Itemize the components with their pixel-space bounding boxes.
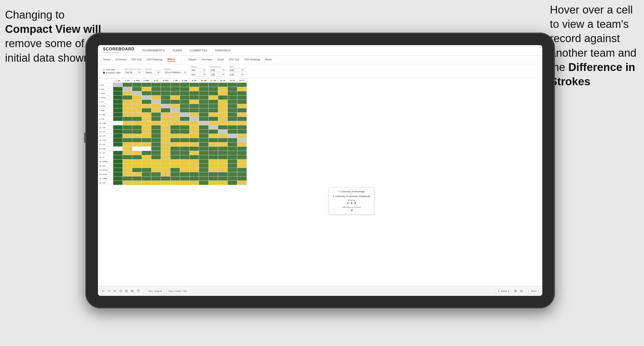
matrix-cell[interactable] — [161, 113, 170, 117]
matrix-cell[interactable] — [151, 130, 161, 134]
matrix-cell[interactable] — [237, 125, 247, 130]
matrix-cell[interactable] — [199, 113, 209, 117]
matrix-cell[interactable] — [209, 100, 218, 104]
matrix-cell[interactable] — [218, 151, 228, 155]
matrix-cell[interactable] — [209, 155, 218, 159]
matrix-cell[interactable] — [113, 134, 123, 138]
matrix-cell[interactable] — [113, 117, 123, 121]
matrix-cell[interactable] — [113, 147, 123, 151]
matrix-cell[interactable] — [218, 147, 228, 151]
matrix-cell[interactable] — [170, 159, 180, 164]
matrix-cell[interactable] — [113, 83, 123, 87]
matrix-cell[interactable] — [199, 91, 209, 96]
matrix-cell[interactable] — [190, 142, 199, 147]
division-select[interactable]: NCAA Division I — [164, 71, 187, 74]
matrix-cell[interactable] — [199, 125, 209, 130]
matrix-cell[interactable] — [142, 181, 151, 185]
matrix-cell[interactable] — [161, 138, 170, 142]
matrix-cell[interactable] — [113, 104, 123, 108]
matrix-cell[interactable] — [151, 181, 161, 185]
matrix-cell[interactable] — [218, 155, 228, 159]
matrix-cell[interactable] — [199, 138, 209, 142]
matrix-cell[interactable] — [151, 155, 161, 159]
matrix-cell[interactable] — [151, 87, 161, 91]
matrix-cell[interactable] — [132, 130, 142, 134]
matrix-cell[interactable] — [180, 83, 190, 87]
matrix-cell[interactable] — [113, 142, 123, 147]
matrix-cell[interactable] — [228, 117, 237, 121]
matrix-cell[interactable] — [237, 164, 247, 168]
zoom-in-icon[interactable]: ⊞ — [131, 289, 134, 293]
max-teams-select[interactable]: Top 50 — [125, 71, 141, 74]
matrix-cell[interactable] — [123, 117, 132, 121]
share-btn[interactable]: ↗ Share — [526, 289, 538, 293]
matrix-cell[interactable] — [170, 134, 180, 138]
nav-rankings[interactable]: RANKINGS — [215, 49, 230, 52]
matrix-cell[interactable] — [237, 104, 247, 108]
matrix-cell[interactable] — [170, 121, 180, 125]
matrix-cell[interactable] — [113, 172, 123, 177]
region-select-1[interactable]: N/A — [191, 68, 206, 72]
matrix-cell[interactable] — [113, 121, 123, 125]
matrix-cell[interactable] — [123, 87, 132, 91]
matrix-cell[interactable] — [151, 96, 161, 100]
tab-matrix-2[interactable]: Matrix — [265, 58, 272, 61]
matrix-cell[interactable] — [161, 125, 170, 130]
matrix-cell[interactable] — [142, 172, 151, 177]
matrix-cell[interactable] — [237, 155, 247, 159]
matrix-cell[interactable] — [142, 91, 151, 96]
matrix-cell[interactable] — [161, 91, 170, 96]
matrix-cell[interactable] — [209, 87, 218, 91]
matrix-cell[interactable] — [237, 113, 247, 117]
matrix-cell[interactable] — [218, 130, 228, 134]
matrix-cell[interactable] — [199, 155, 209, 159]
matrix-cell[interactable] — [123, 142, 132, 147]
matrix-area[interactable]: 1. AU 2. VU 3. ASU 4. UNC 5. UT 6. FSU 7… — [98, 78, 542, 288]
conf-select-2[interactable]: (All) — [210, 73, 225, 76]
matrix-cell[interactable] — [218, 117, 228, 121]
matrix-cell[interactable] — [180, 138, 190, 142]
matrix-cell[interactable] — [170, 83, 180, 87]
matrix-cell[interactable] — [132, 181, 142, 185]
matrix-cell[interactable] — [161, 108, 170, 113]
matrix-cell[interactable] — [170, 164, 180, 168]
matrix-cell[interactable] — [151, 159, 161, 164]
matrix-cell[interactable] — [180, 91, 190, 96]
matrix-cell[interactable] — [113, 87, 123, 91]
matrix-cell[interactable] — [142, 151, 151, 155]
matrix-cell[interactable] — [199, 96, 209, 100]
matrix-cell[interactable] — [237, 168, 247, 172]
matrix-cell[interactable] — [209, 159, 218, 164]
grid-icon[interactable]: ⊟ — [520, 289, 523, 293]
matrix-cell[interactable] — [209, 83, 218, 87]
matrix-cell[interactable] — [123, 151, 132, 155]
matrix-cell[interactable] — [132, 121, 142, 125]
matrix-cell[interactable] — [170, 125, 180, 130]
matrix-cell[interactable] — [190, 108, 199, 113]
matrix-cell[interactable] — [180, 147, 190, 151]
tab-teams[interactable]: Teams — [103, 58, 110, 61]
matrix-cell[interactable] — [218, 121, 228, 125]
matrix-cell[interactable] — [142, 130, 151, 134]
matrix-cell[interactable] — [170, 168, 180, 172]
matrix-cell[interactable] — [170, 138, 180, 142]
matrix-cell[interactable] — [228, 177, 237, 181]
matrix-cell[interactable] — [180, 104, 190, 108]
matrix-cell[interactable] — [199, 117, 209, 121]
matrix-cell[interactable] — [228, 138, 237, 142]
matrix-cell[interactable] — [218, 159, 228, 164]
matrix-cell[interactable] — [209, 134, 218, 138]
matrix-cell[interactable] — [113, 113, 123, 117]
matrix-cell[interactable] — [209, 130, 218, 134]
matrix-cell[interactable] — [218, 113, 228, 117]
matrix-cell[interactable] — [113, 159, 123, 164]
matrix-cell[interactable] — [228, 108, 237, 113]
matrix-cell[interactable] — [170, 87, 180, 91]
matrix-cell[interactable] — [170, 155, 180, 159]
undo-icon[interactable]: ↩ — [102, 289, 105, 293]
matrix-cell[interactable] — [237, 172, 247, 177]
matrix-cell[interactable] — [151, 121, 161, 125]
matrix-cell[interactable] — [180, 177, 190, 181]
matrix-cell[interactable] — [237, 151, 247, 155]
matrix-cell[interactable] — [170, 130, 180, 134]
